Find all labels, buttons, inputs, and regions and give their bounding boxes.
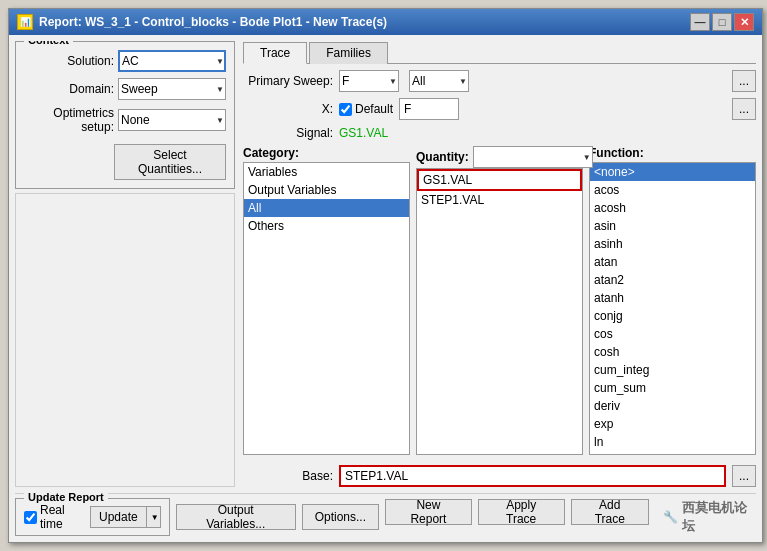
- function-list-item-asin[interactable]: asin: [590, 217, 755, 235]
- minimize-button[interactable]: —: [690, 13, 710, 31]
- x-row: X: Default F ...: [243, 98, 756, 120]
- category-label: Category:: [243, 146, 299, 160]
- realtime-checkbox[interactable]: [24, 511, 37, 524]
- update-dropdown-arrow-button[interactable]: ▼: [147, 506, 161, 528]
- solution-select-wrapper: AC ▼: [118, 50, 226, 72]
- realtime-checkbox-label[interactable]: Real time: [24, 503, 84, 531]
- domain-label: Domain:: [24, 82, 114, 96]
- select-quantities-button[interactable]: Select Quantities...: [114, 144, 226, 180]
- quantity-list-item-step1[interactable]: STEP1.VAL: [417, 191, 582, 209]
- signal-value: GS1.VAL: [339, 126, 388, 140]
- options-button[interactable]: Options...: [302, 504, 379, 530]
- quantity-label: Quantity:: [416, 150, 469, 164]
- function-list-item-cosh[interactable]: cosh: [590, 343, 755, 361]
- realtime-label: Real time: [40, 503, 84, 531]
- window-body: Context Solution: AC ▼ Domain:: [9, 35, 762, 542]
- quantity-list[interactable]: GS1.VAL STEP1.VAL: [416, 168, 583, 455]
- bottom-left: Update Report Real time Update ▼ Output …: [15, 498, 379, 536]
- bottom-buttons: Update Report Real time Update ▼ Output …: [15, 493, 756, 536]
- base-label: Base:: [243, 469, 333, 483]
- function-list-box: <none> acos acosh asin asinh atan atan2 …: [589, 162, 756, 455]
- signal-label: Signal:: [243, 126, 333, 140]
- x-default-checkbox-label[interactable]: Default: [339, 102, 393, 116]
- category-list[interactable]: Variables Output Variables All Others: [243, 162, 410, 455]
- category-panel: Category: Variables Output Variables All…: [243, 146, 410, 455]
- function-label: Function:: [589, 146, 644, 160]
- domain-row: Domain: Sweep ▼: [24, 78, 226, 100]
- new-report-button[interactable]: New Report: [385, 499, 472, 525]
- function-list-item-atan2[interactable]: atan2: [590, 271, 755, 289]
- solution-select[interactable]: AC: [118, 50, 226, 72]
- function-list-item-atanh[interactable]: atanh: [590, 289, 755, 307]
- function-list-item-log10[interactable]: log10: [590, 451, 755, 455]
- quantity-select-wrapper: ▼: [473, 146, 593, 168]
- lists-area: Category: Variables Output Variables All…: [243, 146, 756, 455]
- x-label: X:: [243, 102, 333, 116]
- primary-sweep-select-wrapper: F ▼: [339, 70, 399, 92]
- output-variables-button[interactable]: Output Variables...: [176, 504, 296, 530]
- function-list-item-exp[interactable]: exp: [590, 415, 755, 433]
- list-item[interactable]: Others: [244, 217, 409, 235]
- function-panel: Function: <none> acos acosh asin asinh a…: [589, 146, 756, 455]
- apply-trace-button[interactable]: Apply Trace: [478, 499, 565, 525]
- primary-sweep-all-wrapper: All ▼: [409, 70, 469, 92]
- x-ellipsis-button[interactable]: ...: [732, 98, 756, 120]
- list-item[interactable]: Variables: [244, 163, 409, 181]
- base-row: Base: STEP1.VAL ...: [243, 465, 756, 487]
- domain-select-wrapper: Sweep ▼: [118, 78, 226, 100]
- window-title: Report: WS_3_1 - Control_blocks - Bode P…: [39, 15, 387, 29]
- optimetrics-select-wrapper: None ▼: [118, 109, 226, 131]
- function-list[interactable]: <none> acos acosh asin asinh atan atan2 …: [589, 162, 756, 455]
- optimetrics-label: Optimetrics setup:: [24, 106, 114, 134]
- primary-sweep-select[interactable]: F: [339, 70, 399, 92]
- primary-sweep-ellipsis-button[interactable]: ...: [732, 70, 756, 92]
- watermark-text: 西莫电机论坛: [682, 499, 756, 535]
- optimetrics-select[interactable]: None: [118, 109, 226, 131]
- function-list-item-cum-integ[interactable]: cum_integ: [590, 361, 755, 379]
- x-default-checkbox[interactable]: [339, 103, 352, 116]
- function-list-item-cum-sum[interactable]: cum_sum: [590, 379, 755, 397]
- update-button[interactable]: Update: [90, 506, 147, 528]
- quantity-header: Quantity: ▼: [416, 146, 583, 168]
- close-button[interactable]: ✕: [734, 13, 754, 31]
- tab-trace[interactable]: Trace: [243, 42, 307, 64]
- category-header: Category:: [243, 146, 410, 160]
- window-icon: 📊: [17, 14, 33, 30]
- main-content: Context Solution: AC ▼ Domain:: [15, 41, 756, 487]
- solution-label: Solution:: [24, 54, 114, 68]
- function-header: Function:: [589, 146, 756, 160]
- function-list-item-deriv[interactable]: deriv: [590, 397, 755, 415]
- maximize-button[interactable]: □: [712, 13, 732, 31]
- list-item[interactable]: Output Variables: [244, 181, 409, 199]
- function-list-item-acosh[interactable]: acosh: [590, 199, 755, 217]
- update-dropdown-wrapper: Update ▼: [90, 506, 161, 528]
- function-list-item-atan[interactable]: atan: [590, 253, 755, 271]
- primary-sweep-row: Primary Sweep: F ▼ All ▼: [243, 70, 756, 92]
- left-empty-area: [15, 193, 235, 487]
- function-list-item-ln[interactable]: ln: [590, 433, 755, 451]
- base-input[interactable]: STEP1.VAL: [339, 465, 726, 487]
- add-trace-button[interactable]: Add Trace: [571, 499, 649, 525]
- list-item[interactable]: All: [244, 199, 409, 217]
- quantity-type-select[interactable]: [473, 146, 593, 168]
- base-ellipsis-button[interactable]: ...: [732, 465, 756, 487]
- function-list-item-asinh[interactable]: asinh: [590, 235, 755, 253]
- tab-content: Primary Sweep: F ▼ All ▼: [243, 70, 756, 487]
- function-list-item-acos[interactable]: acos: [590, 181, 755, 199]
- quantity-panel: Quantity: ▼ GS1.VAL STEP1.V: [416, 146, 583, 455]
- primary-sweep-all-select[interactable]: All: [409, 70, 469, 92]
- context-group: Context Solution: AC ▼ Domain:: [15, 41, 235, 189]
- signal-row: Signal: GS1.VAL: [243, 126, 756, 140]
- left-panel: Context Solution: AC ▼ Domain:: [15, 41, 235, 487]
- function-list-item-cos[interactable]: cos: [590, 325, 755, 343]
- quantity-list-item-gs1[interactable]: GS1.VAL: [417, 169, 582, 191]
- update-report-group: Update Report Real time Update ▼: [15, 498, 170, 536]
- tab-families[interactable]: Families: [309, 42, 388, 64]
- domain-select[interactable]: Sweep: [118, 78, 226, 100]
- function-list-item-none[interactable]: <none>: [590, 163, 755, 181]
- context-group-title: Context: [24, 41, 73, 46]
- function-list-item-conjg[interactable]: conjg: [590, 307, 755, 325]
- primary-sweep-label: Primary Sweep:: [243, 74, 333, 88]
- watermark: 🔧 西莫电机论坛: [663, 499, 756, 535]
- solution-row: Solution: AC ▼: [24, 50, 226, 72]
